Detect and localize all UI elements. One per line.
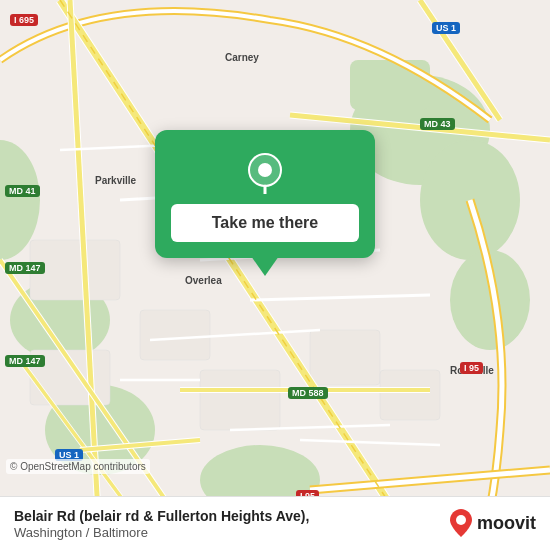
badge-MD588: MD 588 bbox=[288, 387, 328, 399]
badge-US1-top: US 1 bbox=[432, 22, 460, 34]
location-title: Belair Rd (belair rd & Fullerton Heights… bbox=[14, 507, 437, 525]
osm-attribution: © OpenStreetMap contributors bbox=[6, 459, 150, 474]
popup-card: Take me there bbox=[155, 130, 375, 258]
badge-I695: I 695 bbox=[10, 14, 38, 26]
location-pin-icon bbox=[243, 150, 287, 194]
svg-rect-12 bbox=[200, 370, 280, 430]
moovit-pin-icon bbox=[449, 509, 473, 537]
take-me-there-button[interactable]: Take me there bbox=[171, 204, 359, 242]
carney-label: Carney bbox=[225, 52, 259, 63]
parkville-label: Parkville bbox=[95, 175, 136, 186]
svg-rect-14 bbox=[380, 370, 440, 420]
bottom-bar: Belair Rd (belair rd & Fullerton Heights… bbox=[0, 496, 550, 550]
moovit-logo: moovit bbox=[449, 509, 536, 537]
svg-rect-11 bbox=[140, 310, 210, 360]
svg-point-43 bbox=[258, 163, 272, 177]
svg-point-45 bbox=[456, 515, 466, 525]
badge-MD147b: MD 147 bbox=[5, 355, 45, 367]
map-container: Carney Parkville Overlea Rossville I 695… bbox=[0, 0, 550, 550]
badge-I95a: I 95 bbox=[460, 362, 483, 374]
overlea-label: Overlea bbox=[185, 275, 222, 286]
moovit-text: moovit bbox=[477, 513, 536, 534]
svg-rect-13 bbox=[310, 330, 380, 385]
bottom-bar-text: Belair Rd (belair rd & Fullerton Heights… bbox=[14, 507, 437, 540]
badge-MD147a: MD 147 bbox=[5, 262, 45, 274]
location-subtitle: Washington / Baltimore bbox=[14, 525, 437, 540]
badge-MD43: MD 43 bbox=[420, 118, 455, 130]
badge-MD41: MD 41 bbox=[5, 185, 40, 197]
